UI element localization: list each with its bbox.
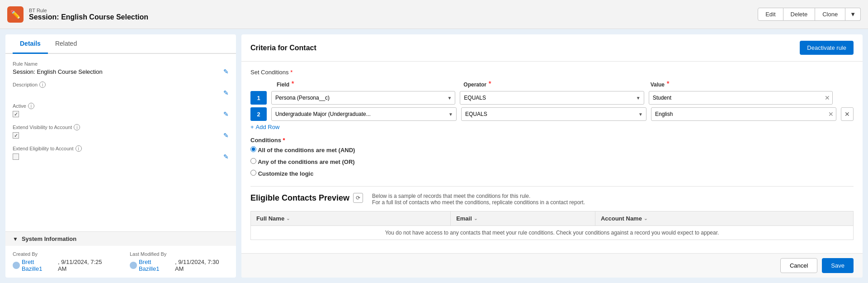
save-button[interactable]: Save [822,258,854,273]
left-panel: Details Related Rule Name Session: Engli… [5,34,236,278]
eligible-contacts-desc: Below is a sample of records that meet t… [372,193,585,206]
right-footer: Cancel Save [241,253,863,278]
no-access-row: You do not have access to any contacts t… [251,226,854,240]
created-by-label: Created By [13,251,112,257]
extend-visibility-checkbox[interactable] [13,132,19,139]
edit-button[interactable]: Edit [758,8,783,21]
rule-name-value: Session: English Course Selection ✎ [13,68,229,75]
extend-eligibility-label: Extend Eligibility to Account i [13,145,229,152]
delete-button[interactable]: Delete [783,8,816,21]
created-by-date: , 9/11/2024, 7:25 AM [58,259,112,272]
right-panel: Criteria for Contact Deactivate rule Set… [241,34,863,278]
extend-visibility-info-icon: i [74,124,80,130]
row-2-field-select[interactable]: Undergraduate Major (Undergraduate... [271,107,457,121]
account-name-sort-icon[interactable]: ⌄ [644,216,647,221]
active-edit-icon[interactable]: ✎ [223,110,229,118]
condition-custom-radio[interactable] [250,170,256,176]
full-name-sort-icon[interactable]: ⌄ [286,216,290,221]
no-access-message: You do not have access to any contacts t… [251,226,854,240]
row-1-field-select[interactable]: Persona (Persona__c) [271,91,455,105]
description-field: Description i ✎ [13,82,229,96]
created-by-col: Created By Brett Bazille1 , 9/11/2024, 7… [13,251,112,272]
extend-eligibility-checkbox[interactable] [13,153,19,160]
rule-name-edit-icon[interactable]: ✎ [223,68,229,75]
row-2-value-input[interactable] [651,107,836,121]
tab-related[interactable]: Related [48,34,84,54]
description-value: ✎ [13,89,229,96]
row-2-num-button[interactable]: 2 [250,107,267,121]
more-actions-button[interactable]: ▼ [845,8,861,21]
last-modified-avatar [130,262,137,269]
row-1-num-button[interactable]: 1 [250,91,267,105]
conditions-radio-group: All of the conditions are met (AND) Any … [250,146,854,180]
description-edit-icon[interactable]: ✎ [223,89,229,96]
system-information-section: ▼ System Information [5,231,236,246]
condition-or-option[interactable]: Any of the conditions are met (OR) [250,158,854,165]
clone-button[interactable]: Clone [815,8,845,21]
row-2-operator-select[interactable]: EQUALS [461,107,646,121]
field-col-header: Field [277,82,289,88]
contacts-table-head: Full Name ⌄ Email ⌄ Acco [251,211,854,226]
eligible-contacts-header: Eligible Contacts Preview ⟳ Below is a s… [250,193,854,206]
tabs: Details Related [5,34,236,54]
row-1-operator-select[interactable]: EQUALS [460,91,644,105]
left-body: Rule Name Session: English Course Select… [5,54,236,231]
cancel-button[interactable]: Cancel [780,258,817,273]
required-star: * [290,69,292,76]
preview-refresh-icon[interactable]: ⟳ [353,193,363,203]
active-checkbox[interactable] [13,111,19,117]
email-sort-icon[interactable]: ⌄ [474,216,477,221]
last-modified-link[interactable]: Brett Bazille1 [139,259,173,272]
description-label: Description i [13,82,229,88]
meta-row: Created By Brett Bazille1 , 9/11/2024, 7… [5,246,236,278]
contacts-table-body: You do not have access to any contacts t… [251,226,854,240]
right-header: Criteria for Contact Deactivate rule [241,34,863,62]
conditions-logic-label: Conditions * [250,137,854,144]
condition-and-option[interactable]: All of the conditions are met (AND) [250,146,854,153]
extend-eligibility-edit-icon[interactable]: ✎ [223,153,229,160]
description-info-icon: i [39,82,46,88]
extend-eligibility-info-icon: i [75,145,82,152]
section-chevron-icon: ▼ [13,236,18,242]
add-row-link[interactable]: + Add Row [250,124,854,130]
header-left: ✏️ BT Rule Session: English Course Selec… [7,6,148,23]
contacts-table-header-row: Full Name ⌄ Email ⌄ Acco [251,211,854,226]
extend-visibility-edit-icon[interactable]: ✎ [223,132,229,139]
row-1-value-input[interactable] [649,91,833,105]
row-2-value-clear-button[interactable]: ✕ [828,111,834,117]
condition-and-radio[interactable] [250,146,256,152]
row-2-field-select-wrap: Undergraduate Major (Undergraduate... ▼ [271,107,457,121]
set-conditions-label: Set Conditions * [250,69,854,76]
app-icon: ✏️ [7,6,24,23]
eligible-contacts-title: Eligible Contacts Preview [250,193,349,203]
row-1-field-select-wrap: Persona (Persona__c) ▼ [271,91,455,105]
row-2-delete-button[interactable]: ✕ [841,107,854,121]
extend-visibility-checkbox-wrap: ✎ [13,132,229,139]
extend-visibility-label: Extend Visibility to Account i [13,124,229,130]
active-field: Active i ✎ [13,103,229,118]
conditions-header: Field * Operator * Value * [250,80,854,88]
tab-details[interactable]: Details [13,34,48,54]
app-name: BT Rule [29,8,148,13]
account-name-col-header: Account Name ⌄ [595,211,853,226]
extend-eligibility-checkbox-wrap: ✎ [13,153,229,160]
row-1-value-wrap: ✕ [649,91,833,105]
row-2-operator-select-wrap: EQUALS ▼ [461,107,646,121]
condition-row-2: 2 Undergraduate Major (Undergraduate... … [250,107,854,121]
conditions-logic-section: Conditions * All of the conditions are m… [250,137,854,180]
last-modified-col: Last Modified By Brett Bazille1 , 9/11/2… [130,251,229,272]
full-name-col-header: Full Name ⌄ [251,211,451,226]
row-1-value-clear-button[interactable]: ✕ [825,95,830,101]
criteria-title: Criteria for Contact [250,44,316,52]
app-header: ✏️ BT Rule Session: English Course Selec… [0,0,868,29]
condition-or-radio[interactable] [250,158,256,164]
deactivate-button[interactable]: Deactivate rule [800,41,854,55]
email-col-header: Email ⌄ [451,211,595,226]
last-modified-label: Last Modified By [130,251,229,257]
created-by-link[interactable]: Brett Bazille1 [22,259,56,272]
condition-custom-option[interactable]: Customize the logic [250,170,854,177]
value-col-header: Value [651,82,665,88]
right-body: Set Conditions * Field * Operator * Valu… [241,62,863,253]
active-label: Active i [13,103,229,109]
last-modified-date: , 9/11/2024, 7:30 AM [175,259,229,272]
